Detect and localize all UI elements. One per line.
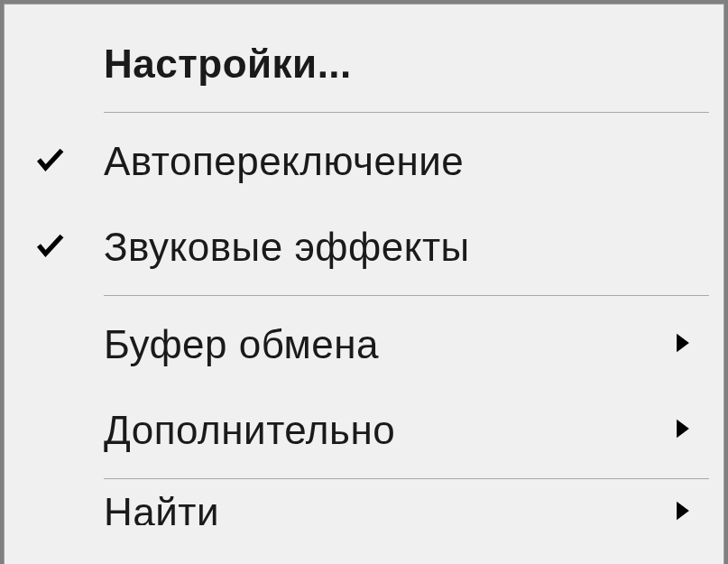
- submenu-arrow-icon: [675, 418, 691, 443]
- menu-item-find[interactable]: Найти: [5, 485, 723, 525]
- menu-item-label: Найти: [104, 490, 665, 526]
- check-column: [23, 143, 104, 180]
- check-icon: [33, 229, 66, 265]
- menu-item-label: Автопереключение: [104, 139, 665, 184]
- submenu-arrow-icon: [675, 332, 691, 357]
- menu-item-clipboard[interactable]: Буфер обмена: [5, 301, 723, 387]
- menu-item-label: Звуковые эффекты: [104, 225, 665, 270]
- menu-separator: [104, 112, 709, 113]
- menu-item-label: Дополнительно: [104, 408, 665, 453]
- menu-item-sound-effects[interactable]: Звуковые эффекты: [5, 204, 723, 290]
- check-column: [23, 229, 104, 265]
- arrow-column: [665, 418, 701, 443]
- arrow-column: [665, 500, 701, 525]
- menu-item-advanced[interactable]: Дополнительно: [5, 387, 723, 473]
- menu-item-settings[interactable]: Настройки...: [5, 21, 723, 106]
- context-menu: Настройки... Автопереключение Звуковые э…: [4, 4, 724, 564]
- menu-separator: [104, 478, 709, 479]
- menu-item-autoswitch[interactable]: Автопереключение: [5, 118, 723, 204]
- arrow-column: [665, 332, 701, 357]
- check-icon: [33, 143, 66, 180]
- menu-item-label: Настройки...: [104, 42, 665, 87]
- submenu-arrow-icon: [675, 500, 691, 525]
- menu-separator: [104, 295, 709, 296]
- menu-item-label: Буфер обмена: [104, 322, 665, 367]
